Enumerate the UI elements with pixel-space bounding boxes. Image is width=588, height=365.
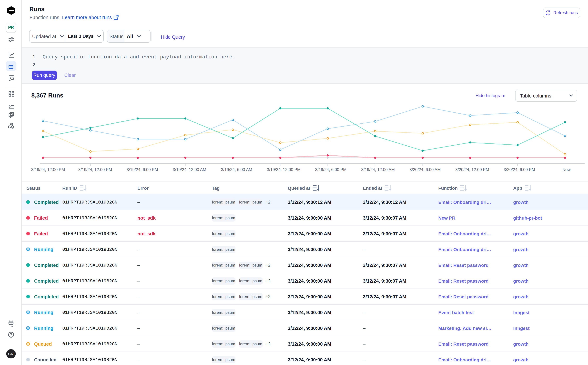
svg-text:Now: Now [562, 167, 571, 172]
svg-text:3/19/24, 6:00 PM: 3/19/24, 6:00 PM [127, 167, 158, 172]
svg-text:3/19/24, 6:00 PM: 3/19/24, 6:00 PM [315, 167, 347, 172]
svg-text:3/20/24, 6:00 AM: 3/20/24, 6:00 AM [410, 167, 441, 172]
svg-text:3/19/24, 6:00 AM: 3/19/24, 6:00 AM [221, 167, 252, 172]
svg-text:3/19/24, 12:00 AM: 3/19/24, 12:00 AM [361, 167, 395, 172]
svg-text:3/19/24, 12:00 AM: 3/19/24, 12:00 AM [173, 167, 206, 172]
svg-text:3/20/24, 12:00 PM: 3/20/24, 12:00 PM [455, 167, 489, 172]
svg-text:3/19/24, 12:00 PM: 3/19/24, 12:00 PM [267, 167, 301, 172]
svg-text:3/19/24, 12:00 PM: 3/19/24, 12:00 PM [31, 167, 65, 172]
svg-text:3/19/24, 12:00 PM: 3/19/24, 12:00 PM [78, 167, 112, 172]
svg-text:3/20/24, 6:00 PM: 3/20/24, 6:00 PM [504, 167, 535, 172]
